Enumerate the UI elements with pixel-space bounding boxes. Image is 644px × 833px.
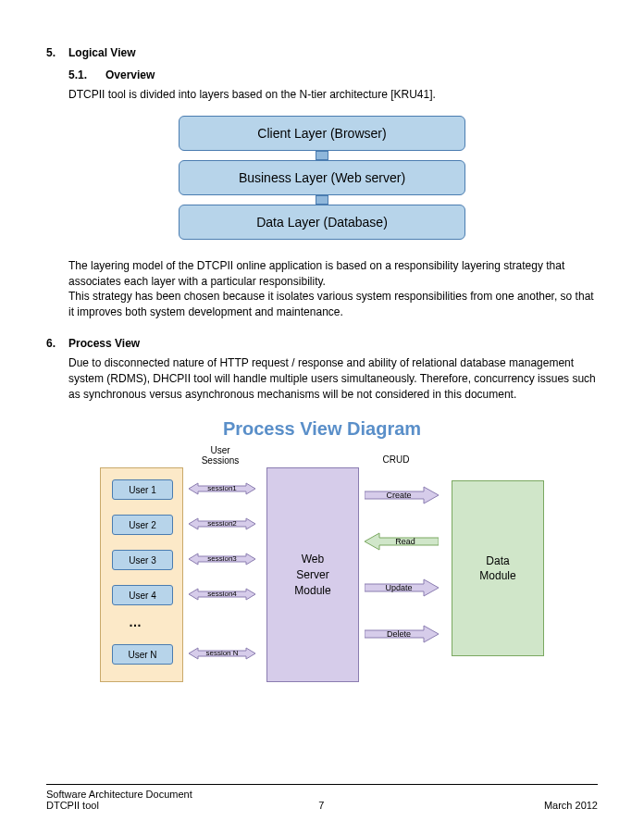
data-module-label: Data Module xyxy=(479,553,515,585)
user-box: User 4 xyxy=(112,585,173,605)
process-view-title: Process View Diagram xyxy=(46,418,598,440)
crud-label: Delete xyxy=(362,629,436,639)
dots: … xyxy=(129,615,142,629)
data-module: Data Module xyxy=(452,480,544,656)
label-crud: CRUD xyxy=(368,454,424,465)
crud-label: Create xyxy=(362,491,436,500)
session-label: session4 xyxy=(189,590,255,598)
footer-tool: DTCPII tool xyxy=(46,800,99,811)
business-layer-box: Business Layer (Web server) xyxy=(179,160,465,195)
user-box: User N xyxy=(112,644,173,665)
user-box: User 3 xyxy=(112,550,173,570)
connector-icon xyxy=(316,151,328,160)
crud-label: Read xyxy=(368,537,442,546)
session-label: session2 xyxy=(189,519,255,528)
layer-diagram: Client Layer (Browser) Business Layer (W… xyxy=(179,116,465,240)
data-layer-box: Data Layer (Database) xyxy=(179,205,465,240)
session-label: session1 xyxy=(189,484,255,492)
label-user-sessions: User Sessions xyxy=(192,445,248,466)
footer-doc: Software Architecture Document xyxy=(46,789,192,800)
sec5-title: Logical View xyxy=(68,46,135,59)
intro-5: DTCPII tool is divided into layers based… xyxy=(68,87,598,103)
web-server-module: Web Server Module xyxy=(266,467,359,682)
section-5-heading: 5.Logical View xyxy=(46,46,598,59)
user-box: User 1 xyxy=(112,479,173,500)
sec5-num: 5. xyxy=(46,46,68,59)
section-6-heading: 6.Process View xyxy=(46,337,598,350)
footer-page: 7 xyxy=(318,800,324,811)
page-footer: Software Architecture Document DTCPII to… xyxy=(46,784,598,811)
user-box: User 2 xyxy=(112,515,173,535)
user-container: User 1 User 2 User 3 User 4 … User N xyxy=(100,467,183,682)
sec6-num: 6. xyxy=(46,337,68,350)
crud-label: Update xyxy=(362,583,436,592)
para-5b: This strategy has been chosen because it… xyxy=(68,289,598,320)
connector-icon xyxy=(316,195,328,205)
sec6-title: Process View xyxy=(68,337,140,350)
sub51-num: 5.1. xyxy=(68,68,105,81)
para-5a: The layering model of the DTCPII online … xyxy=(68,258,598,290)
web-server-label: Web Server Module xyxy=(294,552,330,598)
para-6: Due to disconnected nature of HTTP reque… xyxy=(68,355,598,402)
session-label: session N xyxy=(189,649,255,657)
footer-date: March 2012 xyxy=(544,800,598,811)
session-label: session3 xyxy=(189,554,255,563)
process-view-diagram: User Sessions CRUD User 1 User 2 User 3 … xyxy=(100,447,544,688)
client-layer-box: Client Layer (Browser) xyxy=(179,116,465,151)
sub51-title: Overview xyxy=(105,68,155,81)
subsection-5-1: 5.1.Overview xyxy=(68,68,598,81)
